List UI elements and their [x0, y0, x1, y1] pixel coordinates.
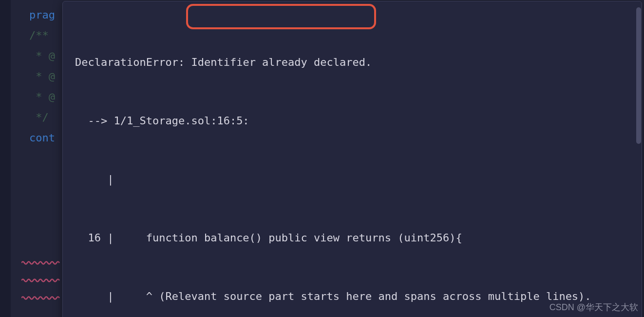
error-message-highlight: Identifier already declared. [191, 56, 372, 68]
error-squiggle [21, 278, 60, 283]
watermark: CSDN @华天下之大软 [549, 301, 638, 313]
tooltip-line: | [75, 170, 629, 189]
tooltip-line: | ^ (Relevant source part starts here an… [75, 287, 629, 306]
tooltip-line: DeclarationError: Identifier already dec… [75, 53, 629, 72]
tooltip-line: 16 | function balance() public view retu… [75, 228, 629, 248]
token-comment: */ [29, 111, 49, 123]
scrollbar-thumb[interactable] [636, 7, 641, 144]
token-comment: /** [29, 29, 49, 41]
token-comment: * @ [29, 50, 55, 62]
token-keyword: prag [29, 9, 55, 21]
error-tooltip[interactable]: DeclarationError: Identifier already dec… [62, 1, 642, 317]
line-gutter [0, 0, 11, 317]
token-comment: * @ [29, 70, 55, 82]
tooltip-line: --> 1/1_Storage.sol:16:5: [75, 111, 629, 131]
token-keyword: cont [29, 132, 55, 144]
tooltip-scrollbar[interactable] [635, 1, 642, 231]
error-squiggle [21, 296, 60, 300]
token-comment: * @ [29, 91, 55, 103]
error-squiggle [21, 260, 60, 265]
